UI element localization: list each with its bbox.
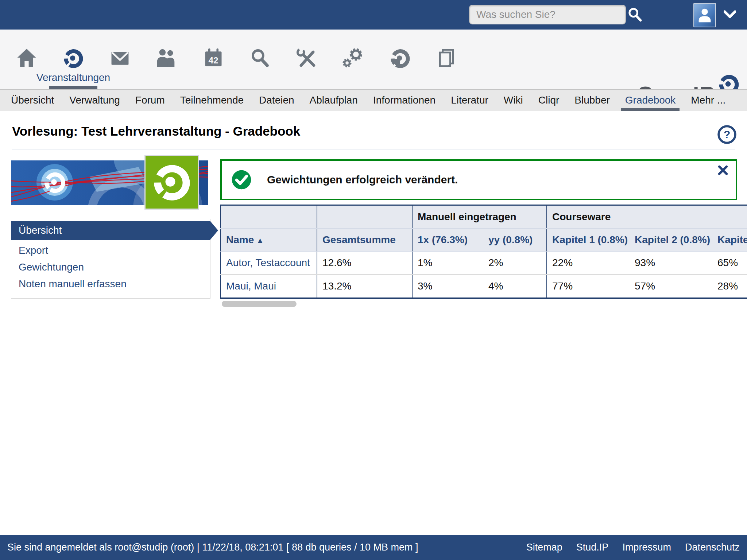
- column-header-name[interactable]: Name▲: [221, 229, 317, 251]
- tab-mehr[interactable]: Mehr ...: [683, 90, 733, 111]
- tab-blubber[interactable]: Blubber: [567, 90, 618, 111]
- success-message: Gewichtungen erfolgreich verändert.: [220, 159, 737, 200]
- tab-verwaltung[interactable]: Verwaltung: [62, 90, 128, 111]
- sidebar-item-export[interactable]: Export: [11, 242, 210, 259]
- tab-literatur[interactable]: Literatur: [443, 90, 496, 111]
- student-name-link[interactable]: Maui, Maui: [226, 280, 276, 292]
- cell-kapitel1: 77%: [547, 275, 630, 298]
- nav-courses-icon[interactable]: Veranstaltungen: [50, 30, 97, 89]
- user-menu-chevron-down-icon[interactable]: [724, 10, 736, 19]
- nav-admin-gears-icon[interactable]: [330, 30, 377, 89]
- cell-1x: 3%: [412, 275, 483, 298]
- tab-teilnehmende[interactable]: Teilnehmende: [173, 90, 251, 111]
- cell-yy: 2%: [483, 251, 547, 275]
- column-header-kapitel3: Kapitel 3 (0.8%): [712, 229, 747, 251]
- person-icon: [696, 5, 714, 24]
- cell-gesamtsumme: 13.2%: [317, 275, 412, 298]
- gradebook-table-wrapper: Manuell eingetragen Courseware Name▲ Ges…: [220, 205, 747, 299]
- cell-kapitel1: 22%: [547, 251, 630, 275]
- user-avatar[interactable]: [693, 3, 716, 27]
- course-avatar: [144, 155, 199, 210]
- tab-ablaufplan[interactable]: Ablaufplan: [302, 90, 365, 111]
- main-nav-bar: Veranstaltungen Stud.IP: [0, 30, 747, 89]
- nav-messages-icon[interactable]: [97, 30, 143, 89]
- nav-courseware-icon[interactable]: [377, 30, 423, 89]
- nav-active-underline: [49, 86, 97, 89]
- nav-bulletin-board-icon[interactable]: [423, 30, 470, 89]
- course-tab-bar: Übersicht Verwaltung Forum Teilnehmende …: [0, 89, 747, 111]
- cell-1x: 1%: [412, 251, 483, 275]
- tab-forum[interactable]: Forum: [128, 90, 173, 111]
- footer-link-impressum[interactable]: Impressum: [622, 542, 671, 553]
- tab-dateien[interactable]: Dateien: [251, 90, 302, 111]
- table-horizontal-scrollbar[interactable]: [222, 301, 297, 307]
- group-header-empty-name: [221, 205, 317, 229]
- nav-community-icon[interactable]: [143, 30, 190, 89]
- footer-link-sitemap[interactable]: Sitemap: [526, 542, 562, 553]
- table-row: Maui, Maui 13.2% 3% 4% 77% 57% 28%: [221, 275, 747, 298]
- sidebar-item-noten-manuell-erfassen[interactable]: Noten manuell erfassen: [11, 276, 210, 292]
- footer-link-studip[interactable]: Stud.IP: [576, 542, 609, 553]
- sidebar-item-gewichtungen[interactable]: Gewichtungen: [11, 259, 210, 276]
- nav-tools-icon[interactable]: [283, 30, 330, 89]
- group-header-courseware: Courseware: [547, 205, 747, 229]
- cell-kapitel2: 57%: [630, 275, 712, 298]
- table-row: Autor, Testaccount 12.6% 1% 2% 22% 93% 6…: [221, 251, 747, 275]
- tab-wiki[interactable]: Wiki: [496, 90, 531, 111]
- content-area: Vorlesung: Test Lehrveranstaltung - Grad…: [0, 111, 747, 535]
- column-header-gesamtsumme: Gesamtsumme: [317, 229, 412, 251]
- cell-yy: 4%: [483, 275, 547, 298]
- column-header-name-label: Name: [226, 234, 254, 245]
- gradebook-table: Manuell eingetragen Courseware Name▲ Ges…: [220, 205, 747, 299]
- nav-schedule-icon[interactable]: [190, 30, 237, 89]
- tab-cliqr[interactable]: Cliqr: [531, 90, 567, 111]
- sort-asc-icon: ▲: [256, 236, 264, 245]
- footer-link-datenschutz[interactable]: Datenschutz: [685, 542, 740, 553]
- page-title: Vorlesung: Test Lehrveranstaltung - Grad…: [12, 124, 300, 139]
- column-header-kapitel1: Kapitel 1 (0.8%): [547, 229, 630, 251]
- title-divider: [12, 149, 735, 149]
- tab-uebersicht[interactable]: Übersicht: [3, 90, 62, 111]
- help-icon[interactable]: [717, 125, 737, 144]
- nav-search-icon[interactable]: [237, 30, 283, 89]
- top-bar: [0, 0, 747, 30]
- cell-kapitel3: 65%: [712, 251, 747, 275]
- column-header-kapitel2: Kapitel 2 (0.8%): [630, 229, 712, 251]
- column-header-1x: 1x (76.3%): [412, 229, 483, 251]
- group-header-manuell: Manuell eingetragen: [412, 205, 547, 229]
- search-input[interactable]: [469, 5, 626, 24]
- group-header-empty-gesamtsumme: [317, 205, 412, 229]
- table-column-header-row: Name▲ Gesamtsumme 1x (76.3%) yy (0.8%) K…: [221, 229, 747, 251]
- cell-gesamtsumme: 12.6%: [317, 251, 412, 275]
- footer-bar: Sie sind angemeldet als root@studip (roo…: [0, 535, 747, 560]
- success-check-icon: [231, 170, 252, 190]
- cell-kapitel3: 28%: [712, 275, 747, 298]
- search-submit-icon[interactable]: [627, 6, 643, 23]
- cell-kapitel2: 93%: [630, 251, 712, 275]
- close-icon[interactable]: [717, 164, 729, 177]
- success-message-text: Gewichtungen erfolgreich verändert.: [267, 174, 458, 186]
- column-header-yy: yy (0.8%): [483, 229, 547, 251]
- sidebar-menu: Übersicht Export Gewichtungen Noten manu…: [11, 219, 210, 299]
- login-status-text: Sie sind angemeldet als root@studip (roo…: [7, 542, 526, 553]
- tab-gradebook[interactable]: Gradebook: [618, 90, 684, 111]
- tab-informationen[interactable]: Informationen: [365, 90, 443, 111]
- student-name-link[interactable]: Autor, Testaccount: [226, 257, 310, 268]
- sidebar-item-uebersicht[interactable]: Übersicht: [11, 221, 210, 240]
- table-group-header-row: Manuell eingetragen Courseware: [221, 205, 747, 229]
